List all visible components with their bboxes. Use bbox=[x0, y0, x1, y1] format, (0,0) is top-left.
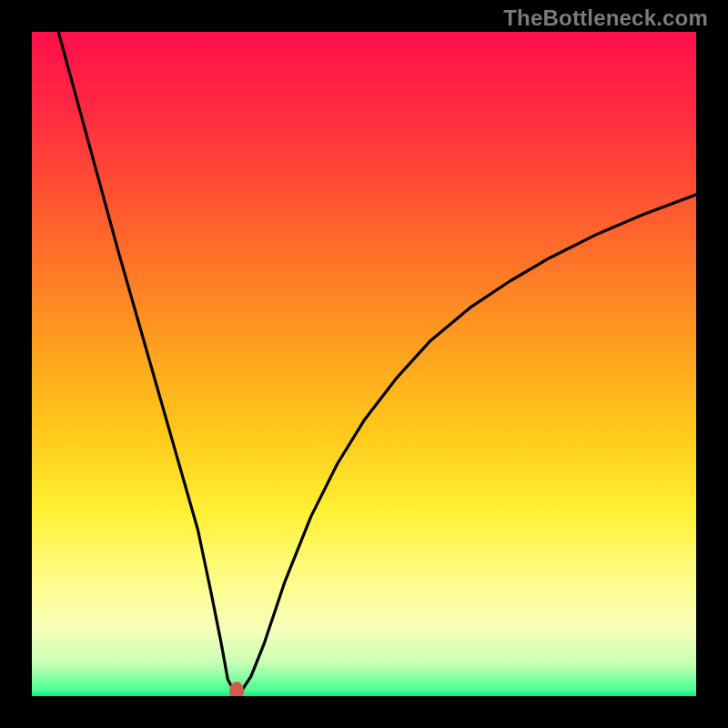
current-config-marker bbox=[229, 682, 244, 696]
plot-area bbox=[32, 32, 696, 696]
gradient-background bbox=[32, 32, 696, 696]
chart-svg bbox=[32, 32, 696, 696]
watermark-text: TheBottleneck.com bbox=[503, 5, 708, 31]
outer-frame: TheBottleneck.com bbox=[0, 0, 728, 728]
